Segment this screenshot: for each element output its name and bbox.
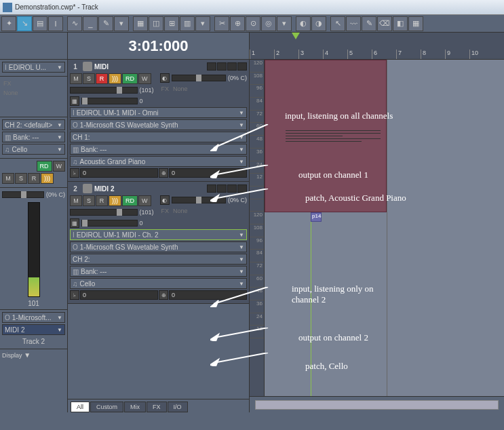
inspector-patch-dropdown[interactable]: ♫Cello▼ bbox=[2, 144, 65, 155]
record-button[interactable]: R bbox=[96, 73, 108, 84]
solo-button[interactable]: S bbox=[83, 73, 95, 84]
clip-canvas[interactable]: p14 input, listening on all channels out… bbox=[265, 60, 504, 396]
vel-slider[interactable] bbox=[81, 220, 138, 227]
w-button[interactable]: W bbox=[53, 161, 66, 172]
echo-button[interactable]: ))) bbox=[41, 173, 54, 184]
mini-button[interactable] bbox=[227, 62, 237, 71]
tool-button[interactable]: ✂ bbox=[214, 16, 229, 31]
key-field[interactable]: 0 bbox=[80, 168, 158, 178]
tool-button[interactable]: ◎ bbox=[261, 16, 276, 31]
inspector-input-dropdown[interactable]: IEDIROL U...▼ bbox=[2, 62, 65, 73]
svg-line-4 bbox=[214, 189, 268, 199]
solo-button[interactable]: S bbox=[15, 173, 27, 184]
volume-slider[interactable] bbox=[70, 209, 138, 216]
vel-slider[interactable] bbox=[81, 98, 138, 104]
tool-button[interactable]: ▦ bbox=[133, 16, 148, 31]
tool-button[interactable]: ▾ bbox=[114, 16, 129, 31]
rd-button[interactable]: RD bbox=[37, 161, 52, 172]
tool-button[interactable]: ⊕ bbox=[230, 16, 245, 31]
volume-slider[interactable] bbox=[70, 87, 138, 94]
tool-button[interactable]: ↘ bbox=[17, 16, 32, 31]
svg-marker-3 bbox=[210, 172, 218, 178]
mute-button[interactable]: M bbox=[2, 173, 14, 184]
track-name[interactable]: MIDI 2 bbox=[94, 185, 205, 193]
arrangement-view: 12345678910 1201089684726048362412 12010… bbox=[250, 33, 504, 412]
pan-slider[interactable] bbox=[172, 75, 226, 81]
tool-button[interactable]: ⌫ bbox=[377, 16, 392, 31]
w-button[interactable]: W bbox=[138, 73, 151, 84]
track-ch-dropdown[interactable]: CH 2: ▼ bbox=[70, 254, 247, 265]
tool-button[interactable]: ▾ bbox=[195, 16, 210, 31]
record-button[interactable]: R bbox=[96, 195, 108, 206]
solo-button[interactable]: S bbox=[83, 195, 95, 206]
tool-button[interactable]: 〰 bbox=[346, 16, 361, 31]
inspector-ch-dropdown[interactable]: CH 2: <default>▼ bbox=[2, 119, 65, 130]
tool-button[interactable]: ⎯ bbox=[83, 16, 98, 31]
rd-button[interactable]: RD bbox=[122, 73, 138, 84]
tool-button[interactable]: ↖ bbox=[330, 16, 345, 31]
tab-mix[interactable]: Mix bbox=[124, 402, 146, 412]
tool-button[interactable]: ∿ bbox=[67, 16, 82, 31]
key-icon: ♭ bbox=[70, 168, 79, 178]
tool-button[interactable]: ⊞ bbox=[164, 16, 179, 31]
annotation: input, listening only on channel 2 bbox=[292, 284, 374, 305]
tool-button[interactable]: ▾ bbox=[277, 16, 292, 31]
time-icon: ⊕ bbox=[159, 168, 168, 178]
ruler-mark: 2 bbox=[274, 50, 279, 59]
tool-button[interactable]: ◐ bbox=[296, 16, 311, 31]
inspector-bank-dropdown[interactable]: ▥Bank: ---▼ bbox=[2, 132, 65, 142]
tool-button[interactable]: ⊙ bbox=[246, 16, 260, 31]
timeline-ruler[interactable]: 12345678910 bbox=[250, 33, 504, 60]
track-input-dropdown[interactable]: IEDIROL UM-1 MIDI - Omni▼ bbox=[70, 107, 247, 118]
tool-button[interactable]: ✎ bbox=[98, 16, 113, 31]
tab-all[interactable]: All bbox=[71, 402, 90, 412]
mute-button[interactable]: M bbox=[70, 73, 82, 84]
volume-value: 101 bbox=[2, 300, 65, 307]
tool-button[interactable]: ▤ bbox=[33, 16, 47, 31]
window-title: Demonstration.cwp* - Track bbox=[15, 3, 98, 11]
tab-custom[interactable]: Custom bbox=[90, 402, 123, 412]
horizontal-scrollbar[interactable] bbox=[255, 400, 499, 410]
svg-marker-11 bbox=[210, 359, 218, 366]
w-button[interactable]: W bbox=[138, 195, 151, 206]
tool-button[interactable]: ◫ bbox=[149, 16, 163, 31]
fx-label: FX bbox=[2, 79, 65, 88]
track-bank-dropdown[interactable]: ▥Bank: ---▼ bbox=[70, 266, 247, 277]
svg-line-8 bbox=[214, 328, 268, 338]
tool-button[interactable]: I bbox=[48, 16, 63, 31]
ruler-mark: 9 bbox=[445, 50, 450, 59]
clip-label[interactable]: p14 bbox=[311, 212, 322, 222]
tab-io[interactable]: I/O bbox=[168, 402, 188, 412]
tool-button[interactable]: ▥ bbox=[180, 16, 195, 31]
tab-fx[interactable]: FX bbox=[147, 402, 167, 412]
annotation: output on channel 2 bbox=[298, 332, 368, 343]
inspector-output-dropdown[interactable]: O1-Microsoft...▼ bbox=[2, 312, 65, 323]
mini-button[interactable] bbox=[207, 62, 216, 71]
tool-button[interactable]: ▦ bbox=[408, 16, 423, 31]
playhead-icon[interactable] bbox=[292, 33, 300, 39]
pan-icon: ◐ bbox=[160, 73, 170, 83]
mute-button[interactable]: M bbox=[70, 195, 82, 206]
pan-slider[interactable] bbox=[2, 191, 44, 198]
fx-none: None bbox=[172, 84, 189, 94]
mini-button[interactable] bbox=[237, 62, 247, 71]
timecode-display: 3:01:000 bbox=[68, 33, 249, 60]
track-name[interactable]: MIDI bbox=[94, 63, 205, 71]
record-button[interactable]: R bbox=[28, 173, 40, 184]
tool-button[interactable]: ◑ bbox=[311, 16, 326, 31]
echo-button[interactable]: ))) bbox=[109, 195, 121, 206]
tool-button[interactable]: ◧ bbox=[393, 16, 408, 31]
midi-clip[interactable] bbox=[265, 60, 387, 212]
key-field[interactable]: 0 bbox=[80, 290, 158, 300]
mini-button[interactable] bbox=[217, 62, 227, 71]
tool-button[interactable]: ✎ bbox=[362, 16, 376, 31]
echo-button[interactable]: ))) bbox=[109, 73, 121, 84]
tool-button[interactable]: ✦ bbox=[1, 16, 16, 31]
rd-button[interactable]: RD bbox=[122, 195, 138, 206]
inspector-midi-dropdown[interactable]: MIDI 2▼ bbox=[2, 324, 65, 335]
track-output-dropdown[interactable]: O1-Microsoft GS Wavetable Synth▼ bbox=[70, 241, 247, 252]
track-input-dropdown[interactable]: IEDIROL UM-1 MIDI - Ch. 2▼ bbox=[70, 229, 247, 240]
bottom-bar bbox=[250, 396, 504, 412]
volume-meter[interactable] bbox=[28, 202, 40, 297]
svg-marker-5 bbox=[210, 195, 218, 202]
